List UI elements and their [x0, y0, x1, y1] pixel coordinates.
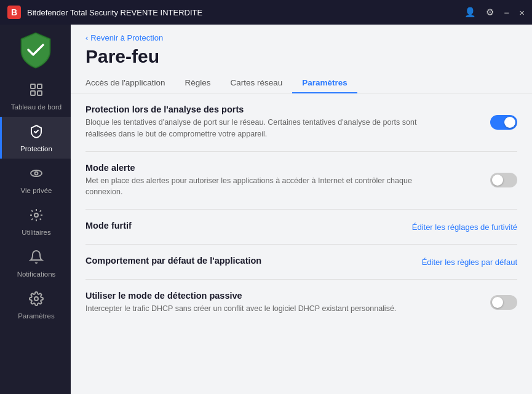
back-arrow: ‹ — [85, 33, 88, 42]
svg-rect-2 — [31, 84, 35, 89]
setting-info-mode-alerte: Mode alerte Met en place des alertes pou… — [85, 163, 480, 199]
setting-row-detection-passive: Utiliser le mode de détection passive In… — [85, 280, 517, 326]
sidebar-item-label: Protection — [20, 145, 52, 152]
link-comportement-defaut[interactable]: Éditer les règles par défaut — [422, 258, 517, 267]
close-button[interactable]: × — [519, 7, 525, 18]
back-navigation[interactable]: ‹ Revenir à Protection — [71, 25, 532, 42]
app-title: Bitdefender Total Security REVENTE INTER… — [27, 8, 464, 17]
setting-row-comportement-defaut: Comportement par défaut de l'application… — [85, 245, 517, 280]
settings-icon[interactable]: ⚙ — [486, 7, 494, 18]
settings-list: Protection lors de l'analyse des ports B… — [71, 93, 532, 394]
sidebar-item-label: Utilitaires — [22, 229, 50, 236]
user-icon[interactable]: 👤 — [464, 7, 476, 18]
setting-info-detection-passive: Utiliser le mode de détection passive In… — [85, 291, 480, 315]
link-mode-furtif[interactable]: Éditer les réglages de furtivité — [412, 223, 517, 232]
tab-parametres[interactable]: Paramètres — [292, 73, 357, 93]
sidebar-item-label: Tableau de bord — [11, 103, 62, 111]
back-label: Revenir à Protection — [90, 33, 163, 42]
svg-rect-5 — [38, 91, 42, 95]
svg-point-7 — [35, 172, 38, 175]
svg-point-8 — [34, 213, 38, 217]
tableau-de-bord-icon — [29, 82, 44, 101]
setting-desc-port-protection: Bloque les tentatives d'analyse de port … — [85, 117, 442, 140]
setting-info-mode-furtif: Mode furtif — [85, 221, 402, 233]
protection-icon — [29, 124, 44, 143]
setting-title-port-protection: Protection lors de l'analyse des ports — [85, 104, 480, 114]
toggle-port-protection[interactable] — [490, 115, 517, 130]
svg-rect-4 — [31, 91, 35, 95]
setting-title-mode-furtif: Mode furtif — [85, 221, 402, 230]
setting-title-comportement-defaut: Comportement par défaut de l'application — [85, 256, 412, 266]
toggle-mode-alerte[interactable] — [490, 173, 517, 187]
sidebar-item-parametres[interactable]: Paramètres — [0, 284, 71, 326]
setting-title-detection-passive: Utiliser le mode de détection passive — [85, 291, 480, 301]
sidebar-item-vie-privee[interactable]: Vie privée — [0, 159, 71, 200]
sidebar: Tableau de bord Protection Vie privée Ut… — [0, 25, 71, 394]
svg-text:B: B — [11, 7, 17, 17]
svg-point-9 — [34, 297, 38, 301]
setting-desc-mode-alerte: Met en place des alertes pour autoriser … — [85, 175, 442, 199]
utilitaires-icon — [29, 208, 44, 226]
setting-row-port-protection: Protection lors de l'analyse des ports B… — [85, 93, 517, 152]
sidebar-item-notifications[interactable]: Notifications — [0, 242, 71, 284]
tab-regles[interactable]: Règles — [175, 73, 220, 93]
setting-info-comportement-defaut: Comportement par défaut de l'application — [85, 256, 412, 268]
sidebar-logo — [16, 31, 55, 70]
toggle-detection-passive[interactable] — [490, 295, 517, 310]
sidebar-item-utilitaires[interactable]: Utilitaires — [0, 200, 71, 242]
svg-rect-3 — [38, 84, 42, 89]
sidebar-item-label: Notifications — [17, 270, 56, 278]
vie-privee-icon — [29, 166, 44, 184]
setting-info-port-protection: Protection lors de l'analyse des ports B… — [85, 104, 480, 140]
notifications-icon — [29, 250, 44, 268]
tab-cartes[interactable]: Cartes réseau — [220, 73, 292, 93]
app-body: Tableau de bord Protection Vie privée Ut… — [0, 25, 532, 394]
content-area: ‹ Revenir à Protection Pare-feu Accès de… — [71, 25, 532, 394]
tab-acces[interactable]: Accès de l'application — [85, 73, 175, 93]
minimize-button[interactable]: − — [504, 7, 509, 18]
titlebar-controls: 👤 ⚙ − × — [464, 7, 525, 18]
setting-title-mode-alerte: Mode alerte — [85, 163, 480, 173]
app-logo: B — [7, 6, 21, 19]
sidebar-item-label: Vie privée — [21, 187, 52, 194]
setting-row-mode-furtif: Mode furtif Éditer les réglages de furti… — [85, 210, 517, 245]
page-title: Pare-feu — [71, 42, 532, 67]
sidebar-item-label: Paramètres — [18, 312, 54, 320]
tabs-container: Accès de l'applicationRèglesCartes résea… — [71, 73, 532, 93]
setting-row-mode-alerte: Mode alerte Met en place des alertes pou… — [85, 152, 517, 210]
parametres-icon — [29, 291, 44, 310]
titlebar: B Bitdefender Total Security REVENTE INT… — [0, 0, 532, 25]
sidebar-item-tableau-de-bord[interactable]: Tableau de bord — [0, 75, 71, 117]
setting-desc-detection-passive: Intercepter le trafic DHCP sans créer un… — [85, 303, 442, 315]
sidebar-item-protection[interactable]: Protection — [0, 117, 71, 159]
